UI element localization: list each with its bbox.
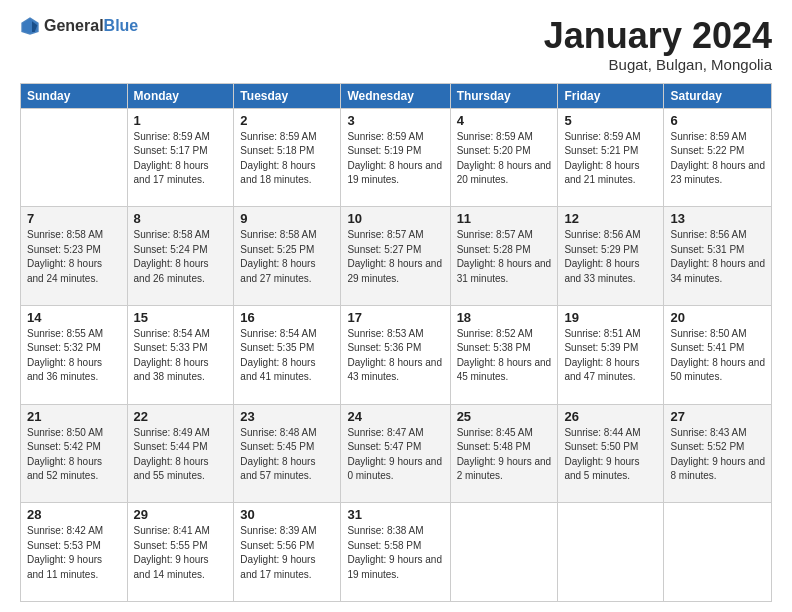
day-info: Sunrise: 8:58 AMSunset: 5:25 PMDaylight:… — [240, 228, 334, 286]
day-info: Sunrise: 8:57 AMSunset: 5:28 PMDaylight:… — [457, 228, 552, 286]
weekday-header-tuesday: Tuesday — [234, 83, 341, 108]
logo-general: General — [44, 17, 104, 35]
day-info: Sunrise: 8:48 AMSunset: 5:45 PMDaylight:… — [240, 426, 334, 484]
calendar-cell — [21, 108, 128, 207]
day-number: 13 — [670, 211, 765, 226]
calendar-cell: 21Sunrise: 8:50 AMSunset: 5:42 PMDayligh… — [21, 404, 128, 503]
day-number: 20 — [670, 310, 765, 325]
calendar-cell: 7Sunrise: 8:58 AMSunset: 5:23 PMDaylight… — [21, 207, 128, 306]
day-number: 14 — [27, 310, 121, 325]
day-info: Sunrise: 8:56 AMSunset: 5:29 PMDaylight:… — [564, 228, 657, 286]
day-info: Sunrise: 8:57 AMSunset: 5:27 PMDaylight:… — [347, 228, 443, 286]
day-info: Sunrise: 8:41 AMSunset: 5:55 PMDaylight:… — [134, 524, 228, 582]
day-number: 24 — [347, 409, 443, 424]
day-info: Sunrise: 8:59 AMSunset: 5:22 PMDaylight:… — [670, 130, 765, 188]
day-number: 23 — [240, 409, 334, 424]
day-number: 30 — [240, 507, 334, 522]
day-info: Sunrise: 8:54 AMSunset: 5:33 PMDaylight:… — [134, 327, 228, 385]
day-number: 25 — [457, 409, 552, 424]
day-info: Sunrise: 8:44 AMSunset: 5:50 PMDaylight:… — [564, 426, 657, 484]
day-number: 19 — [564, 310, 657, 325]
day-number: 26 — [564, 409, 657, 424]
day-number: 12 — [564, 211, 657, 226]
calendar-cell: 2Sunrise: 8:59 AMSunset: 5:18 PMDaylight… — [234, 108, 341, 207]
day-number: 29 — [134, 507, 228, 522]
location-subtitle: Bugat, Bulgan, Mongolia — [544, 56, 772, 73]
calendar-week-row: 1Sunrise: 8:59 AMSunset: 5:17 PMDaylight… — [21, 108, 772, 207]
day-number: 16 — [240, 310, 334, 325]
day-info: Sunrise: 8:59 AMSunset: 5:21 PMDaylight:… — [564, 130, 657, 188]
calendar-cell: 16Sunrise: 8:54 AMSunset: 5:35 PMDayligh… — [234, 305, 341, 404]
weekday-header-wednesday: Wednesday — [341, 83, 450, 108]
day-info: Sunrise: 8:59 AMSunset: 5:19 PMDaylight:… — [347, 130, 443, 188]
logo-icon — [20, 16, 40, 36]
day-info: Sunrise: 8:47 AMSunset: 5:47 PMDaylight:… — [347, 426, 443, 484]
calendar-cell: 25Sunrise: 8:45 AMSunset: 5:48 PMDayligh… — [450, 404, 558, 503]
day-number: 28 — [27, 507, 121, 522]
weekday-header-friday: Friday — [558, 83, 664, 108]
weekday-header-monday: Monday — [127, 83, 234, 108]
day-info: Sunrise: 8:59 AMSunset: 5:18 PMDaylight:… — [240, 130, 334, 188]
calendar-week-row: 14Sunrise: 8:55 AMSunset: 5:32 PMDayligh… — [21, 305, 772, 404]
title-block: January 2024 Bugat, Bulgan, Mongolia — [544, 16, 772, 73]
calendar-cell: 26Sunrise: 8:44 AMSunset: 5:50 PMDayligh… — [558, 404, 664, 503]
calendar-cell: 28Sunrise: 8:42 AMSunset: 5:53 PMDayligh… — [21, 503, 128, 602]
day-number: 2 — [240, 113, 334, 128]
calendar-cell: 4Sunrise: 8:59 AMSunset: 5:20 PMDaylight… — [450, 108, 558, 207]
day-info: Sunrise: 8:39 AMSunset: 5:56 PMDaylight:… — [240, 524, 334, 582]
weekday-header-thursday: Thursday — [450, 83, 558, 108]
calendar-table: SundayMondayTuesdayWednesdayThursdayFrid… — [20, 83, 772, 602]
calendar-cell: 31Sunrise: 8:38 AMSunset: 5:58 PMDayligh… — [341, 503, 450, 602]
day-info: Sunrise: 8:43 AMSunset: 5:52 PMDaylight:… — [670, 426, 765, 484]
day-number: 1 — [134, 113, 228, 128]
calendar-cell: 30Sunrise: 8:39 AMSunset: 5:56 PMDayligh… — [234, 503, 341, 602]
day-number: 3 — [347, 113, 443, 128]
calendar-cell: 12Sunrise: 8:56 AMSunset: 5:29 PMDayligh… — [558, 207, 664, 306]
day-info: Sunrise: 8:51 AMSunset: 5:39 PMDaylight:… — [564, 327, 657, 385]
day-info: Sunrise: 8:45 AMSunset: 5:48 PMDaylight:… — [457, 426, 552, 484]
day-info: Sunrise: 8:59 AMSunset: 5:20 PMDaylight:… — [457, 130, 552, 188]
day-info: Sunrise: 8:42 AMSunset: 5:53 PMDaylight:… — [27, 524, 121, 582]
day-number: 18 — [457, 310, 552, 325]
day-number: 7 — [27, 211, 121, 226]
day-number: 21 — [27, 409, 121, 424]
calendar-week-row: 7Sunrise: 8:58 AMSunset: 5:23 PMDaylight… — [21, 207, 772, 306]
calendar-cell: 5Sunrise: 8:59 AMSunset: 5:21 PMDaylight… — [558, 108, 664, 207]
day-number: 10 — [347, 211, 443, 226]
day-info: Sunrise: 8:50 AMSunset: 5:42 PMDaylight:… — [27, 426, 121, 484]
day-info: Sunrise: 8:38 AMSunset: 5:58 PMDaylight:… — [347, 524, 443, 582]
day-info: Sunrise: 8:59 AMSunset: 5:17 PMDaylight:… — [134, 130, 228, 188]
day-info: Sunrise: 8:58 AMSunset: 5:23 PMDaylight:… — [27, 228, 121, 286]
day-number: 8 — [134, 211, 228, 226]
day-info: Sunrise: 8:54 AMSunset: 5:35 PMDaylight:… — [240, 327, 334, 385]
day-number: 15 — [134, 310, 228, 325]
logo: General Blue — [20, 16, 138, 36]
calendar-cell: 18Sunrise: 8:52 AMSunset: 5:38 PMDayligh… — [450, 305, 558, 404]
day-number: 6 — [670, 113, 765, 128]
calendar-week-row: 28Sunrise: 8:42 AMSunset: 5:53 PMDayligh… — [21, 503, 772, 602]
calendar-cell: 8Sunrise: 8:58 AMSunset: 5:24 PMDaylight… — [127, 207, 234, 306]
calendar-cell: 11Sunrise: 8:57 AMSunset: 5:28 PMDayligh… — [450, 207, 558, 306]
day-info: Sunrise: 8:56 AMSunset: 5:31 PMDaylight:… — [670, 228, 765, 286]
calendar-cell: 1Sunrise: 8:59 AMSunset: 5:17 PMDaylight… — [127, 108, 234, 207]
calendar-cell — [450, 503, 558, 602]
calendar-cell: 27Sunrise: 8:43 AMSunset: 5:52 PMDayligh… — [664, 404, 772, 503]
calendar-cell: 14Sunrise: 8:55 AMSunset: 5:32 PMDayligh… — [21, 305, 128, 404]
calendar-cell — [664, 503, 772, 602]
calendar-cell: 22Sunrise: 8:49 AMSunset: 5:44 PMDayligh… — [127, 404, 234, 503]
page: General Blue January 2024 Bugat, Bulgan,… — [0, 0, 792, 612]
weekday-header-sunday: Sunday — [21, 83, 128, 108]
month-title: January 2024 — [544, 16, 772, 56]
day-info: Sunrise: 8:58 AMSunset: 5:24 PMDaylight:… — [134, 228, 228, 286]
calendar-cell: 15Sunrise: 8:54 AMSunset: 5:33 PMDayligh… — [127, 305, 234, 404]
day-number: 22 — [134, 409, 228, 424]
day-info: Sunrise: 8:52 AMSunset: 5:38 PMDaylight:… — [457, 327, 552, 385]
calendar-week-row: 21Sunrise: 8:50 AMSunset: 5:42 PMDayligh… — [21, 404, 772, 503]
calendar-cell: 20Sunrise: 8:50 AMSunset: 5:41 PMDayligh… — [664, 305, 772, 404]
header: General Blue January 2024 Bugat, Bulgan,… — [20, 16, 772, 73]
day-info: Sunrise: 8:55 AMSunset: 5:32 PMDaylight:… — [27, 327, 121, 385]
day-number: 5 — [564, 113, 657, 128]
calendar-cell: 24Sunrise: 8:47 AMSunset: 5:47 PMDayligh… — [341, 404, 450, 503]
logo-blue: Blue — [104, 17, 139, 35]
calendar-cell: 19Sunrise: 8:51 AMSunset: 5:39 PMDayligh… — [558, 305, 664, 404]
